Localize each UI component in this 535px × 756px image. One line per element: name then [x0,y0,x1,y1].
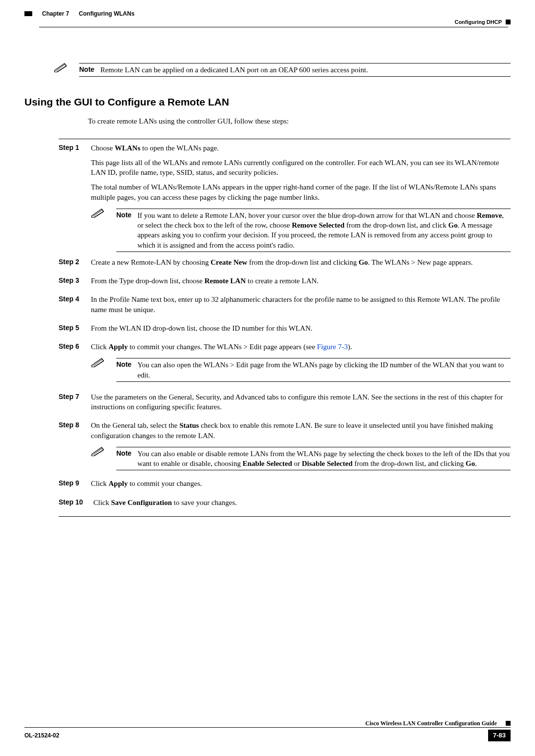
step-5: Step 5 From the WLAN ID drop-down list, … [24,323,511,338]
section-heading: Using the GUI to Configure a Remote LAN [24,95,511,109]
step-1-p2: This page lists all of the WLANs and rem… [91,158,511,178]
steps-bottom-rule [59,516,511,517]
step-5-label: Step 5 [59,323,83,338]
pencil-icon [91,207,106,218]
page-header: Chapter 7 Configuring WLANs Configuring … [24,0,511,26]
step-7-label: Step 7 [59,392,83,417]
header-chip-right [506,20,511,24]
step-3-label: Step 3 [59,276,83,291]
header-chip [24,11,32,16]
step-8-note-text: You can also enable or disable remote LA… [137,449,511,469]
chapter-number: Chapter 7 [42,10,69,18]
note-block: Note Remote LAN can be applied on a dedi… [24,62,511,78]
step-6: Step 6 Click Apply to commit your change… [24,342,511,383]
note-label: Note [116,449,131,469]
note-label: Note [79,65,94,75]
step-1-note-text: If you want to delete a Remote LAN, hove… [137,210,511,250]
pencil-icon [54,62,68,72]
step-8-label: Step 8 [59,420,83,472]
page-footer: Cisco Wireless LAN Controller Configurat… [24,719,511,741]
step-6-note: Note You can also open the WLANs > Edit … [91,357,511,383]
pencil-icon [91,357,106,367]
steps-top-rule [59,139,511,139]
step-1-label: Step 1 [59,143,83,253]
step-8-text: On the General tab, select the Status ch… [91,420,511,441]
step-7: Step 7 Use the parameters on the General… [24,392,511,417]
step-1-p3: The total number of WLANs/Remote LANs ap… [91,182,511,202]
note-label: Note [116,360,131,380]
step-2-label: Step 2 [59,257,83,272]
step-9: Step 9 Click Apply to commit your change… [24,479,511,493]
step-9-text: Click Apply to commit your changes. [91,479,511,488]
step-5-text: From the WLAN ID drop-down list, choose … [91,323,511,333]
step-1-note: Note If you want to delete a Remote LAN,… [91,207,511,253]
step-4-label: Step 4 [59,294,83,319]
step-10-text: Click Save Configuration to save your ch… [93,498,511,507]
step-10: Step 10 Click Save Configuration to save… [24,498,511,512]
step-3-text: From the Type drop-down list, choose Rem… [91,276,511,286]
chapter-title: Configuring WLANs [79,10,134,18]
step-2-text: Create a new Remote-LAN by choosing Crea… [91,257,511,267]
step-4: Step 4 In the Profile Name text box, ent… [24,294,511,319]
section-path: Configuring DHCP [454,19,502,26]
step-6-note-text: You can also open the WLANs > Edit page … [137,360,511,380]
step-8-note: Note You can also enable or disable remo… [91,445,511,472]
figure-link[interactable]: Figure 7-3 [317,343,348,351]
footer-chip [506,721,511,726]
intro-text: To create remote LANs using the controll… [24,116,511,126]
step-6-text: Click Apply to commit your changes. The … [91,342,511,352]
step-1-p1: Choose WLANs to open the WLANs page. [91,143,511,153]
step-10-label: Step 10 [59,498,86,512]
pencil-icon [91,445,106,456]
step-2: Step 2 Create a new Remote-LAN by choosi… [24,257,511,272]
step-9-label: Step 9 [59,479,83,493]
note-label: Note [116,210,131,250]
step-7-text: Use the parameters on the General, Secur… [91,392,511,412]
step-1: Step 1 Choose WLANs to open the WLANs pa… [24,143,511,253]
step-8: Step 8 On the General tab, select the St… [24,420,511,472]
doc-number: OL-21524-02 [24,732,59,739]
page-number: 7-83 [488,730,511,741]
step-3: Step 3 From the Type drop-down list, cho… [24,276,511,291]
step-4-text: In the Profile Name text box, enter up t… [91,294,511,315]
step-6-label: Step 6 [59,342,83,383]
book-title: Cisco Wireless LAN Controller Configurat… [365,719,502,727]
note-text: Remote LAN can be applied on a dedicated… [100,65,511,75]
